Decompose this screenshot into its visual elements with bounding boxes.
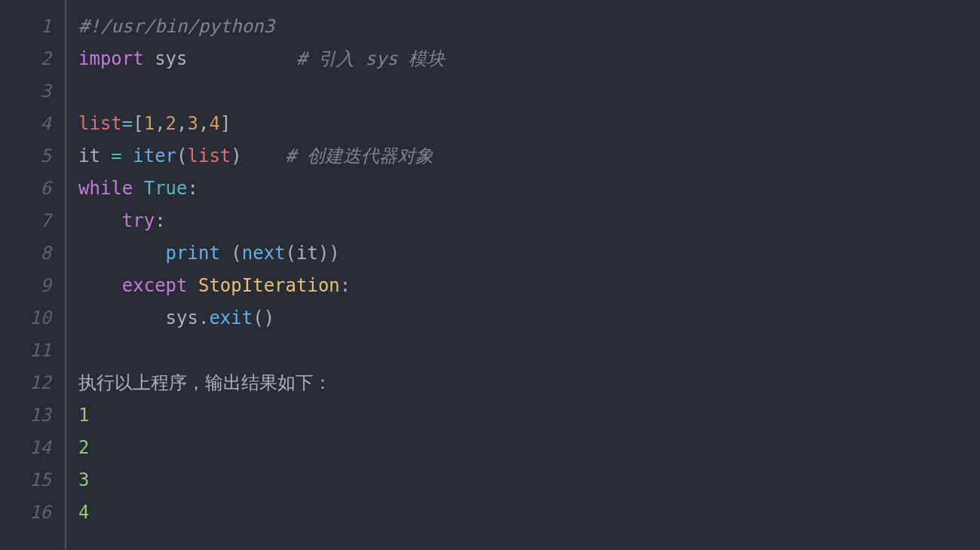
code-line[interactable]: 3 — [78, 464, 980, 497]
fn-exit: exit — [209, 307, 253, 328]
code-line[interactable]: while True: — [78, 173, 980, 205]
code-line[interactable]: 2 — [78, 432, 980, 464]
indent — [78, 307, 166, 328]
comment: # 创建迭代器对象 — [286, 145, 434, 167]
output-value: 2 — [78, 437, 89, 458]
space — [100, 145, 111, 167]
code-line[interactable]: import sys # 引入 sys 模块 — [78, 43, 980, 75]
comma: , — [198, 113, 209, 134]
bracket-close: ] — [220, 113, 231, 134]
code-line[interactable] — [78, 75, 980, 108]
code-line[interactable]: except StopIteration: — [78, 270, 980, 302]
line-number-gutter: 1 2 3 4 5 6 7 8 9 10 11 12 13 14 15 16 — [0, 0, 66, 550]
code-line[interactable]: 执行以上程序，输出结果如下： — [78, 367, 980, 399]
exc-stopiteration: StopIteration — [198, 275, 340, 296]
line-number: 5 — [0, 140, 65, 173]
comma: , — [155, 113, 165, 134]
number: 1 — [144, 113, 155, 134]
line-number: 11 — [0, 335, 65, 367]
code-area[interactable]: #!/usr/bin/python3 import sys # 引入 sys 模… — [66, 0, 980, 550]
line-number: 6 — [0, 173, 65, 205]
const-true: True — [144, 178, 188, 199]
code-line[interactable]: 4 — [78, 497, 980, 529]
line-number: 15 — [0, 464, 65, 497]
number: 2 — [166, 113, 176, 134]
space — [188, 275, 198, 296]
paren-open: ( — [286, 243, 296, 264]
op-eq: = — [111, 145, 121, 167]
colon: : — [340, 275, 351, 296]
space — [122, 145, 133, 167]
space — [242, 145, 286, 167]
code-line[interactable]: #!/usr/bin/python3 — [78, 11, 980, 43]
op-eq: = — [122, 113, 133, 134]
var-list: list — [78, 113, 122, 134]
module-sys: sys — [166, 307, 198, 328]
number: 3 — [188, 113, 198, 134]
code-line[interactable]: try: — [78, 205, 980, 237]
indent — [78, 243, 166, 264]
output-label: 执行以上程序，输出结果如下： — [78, 372, 332, 393]
code-line[interactable]: 1 — [78, 399, 980, 432]
code-line[interactable]: list=[1,2,3,4] — [78, 108, 980, 140]
module-sys: sys — [155, 48, 187, 69]
comma: , — [176, 113, 187, 134]
output-value: 4 — [78, 502, 89, 523]
fn-next: next — [242, 243, 286, 264]
space — [144, 48, 155, 69]
line-number: 3 — [0, 75, 65, 108]
fn-iter: iter — [133, 145, 176, 167]
var-list: list — [188, 145, 231, 167]
code-line[interactable]: sys.exit() — [78, 302, 980, 335]
var-it: it — [296, 243, 318, 264]
code-line[interactable]: it = iter(list) # 创建迭代器对象 — [78, 140, 980, 173]
paren-open: ( — [176, 145, 187, 167]
indent — [78, 275, 122, 296]
paren-open: ( — [231, 243, 241, 264]
output-value: 3 — [78, 469, 89, 490]
keyword-except: except — [122, 275, 188, 296]
line-number: 14 — [0, 432, 65, 464]
keyword-import: import — [78, 48, 144, 69]
space — [220, 243, 231, 264]
code-line[interactable]: print (next(it)) — [78, 237, 980, 270]
space — [133, 178, 143, 199]
comment: # 引入 sys 模块 — [296, 48, 445, 69]
dot: . — [198, 307, 209, 328]
line-number: 8 — [0, 237, 65, 270]
line-number: 12 — [0, 367, 65, 399]
code-line[interactable] — [78, 335, 980, 367]
line-number: 1 — [0, 11, 65, 43]
line-number: 16 — [0, 497, 65, 529]
line-number: 2 — [0, 43, 65, 75]
paren-open: ( — [253, 307, 263, 328]
paren-close: ) — [329, 243, 339, 264]
bracket-open: [ — [133, 113, 143, 134]
line-number: 10 — [0, 302, 65, 335]
paren-close: ) — [264, 307, 274, 328]
keyword-while: while — [78, 178, 133, 199]
space — [188, 48, 297, 69]
line-number: 13 — [0, 399, 65, 432]
output-value: 1 — [78, 405, 89, 426]
code-editor[interactable]: 1 2 3 4 5 6 7 8 9 10 11 12 13 14 15 16 #… — [0, 0, 980, 550]
colon: : — [188, 178, 198, 199]
line-number: 9 — [0, 270, 65, 302]
line-number: 7 — [0, 205, 65, 237]
paren-close: ) — [231, 145, 241, 167]
paren-close: ) — [318, 243, 329, 264]
indent — [78, 210, 122, 231]
number: 4 — [209, 113, 219, 134]
fn-print: print — [166, 243, 220, 264]
colon: : — [155, 210, 165, 231]
shebang-comment: #!/usr/bin/python3 — [78, 16, 274, 37]
line-number: 4 — [0, 108, 65, 140]
var-it: it — [78, 145, 100, 167]
keyword-try: try — [122, 210, 155, 231]
